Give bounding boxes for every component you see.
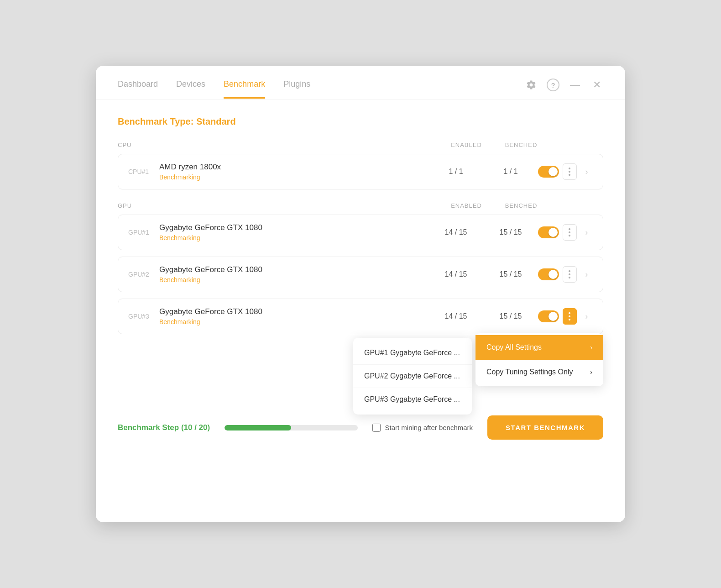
- gpu-toggle-3[interactable]: [538, 310, 559, 322]
- gpu-dots-btn-1[interactable]: [563, 224, 577, 241]
- gpu-toggle-1[interactable]: [538, 226, 559, 238]
- sub-menu-item-gpu3[interactable]: GPU#3 Gygabyte GeForce ...: [353, 388, 472, 411]
- gpu-device-info-2: Gygabyte GeForce GTX 1080 Benchmarking: [159, 265, 428, 284]
- context-sub-menu: GPU#1 Gygabyte GeForce ... GPU#2 Gygabyt…: [353, 338, 472, 415]
- sub-menu-item-gpu1[interactable]: GPU#1 Gygabyte GeForce ...: [353, 341, 472, 365]
- benchmark-type-label: Benchmark Type: Standard: [118, 116, 603, 127]
- cpu-device-row-1: CPU#1 AMD ryzen 1800x Benchmarking 1 / 1…: [118, 154, 603, 189]
- cpu-section-header: CPU ENABLED BENCHED: [118, 142, 603, 148]
- tab-devices[interactable]: Devices: [176, 79, 205, 99]
- gpu-device-row-2: GPU#2 Gygabyte GeForce GTX 1080 Benchmar…: [118, 257, 603, 292]
- gpu-device-info-1: Gygabyte GeForce GTX 1080 Benchmarking: [159, 223, 428, 242]
- gpu-chevron-1[interactable]: ›: [580, 226, 593, 239]
- gpu-device-row-1: GPU#1 Gygabyte GeForce GTX 1080 Benchmar…: [118, 215, 603, 250]
- cpu-device-actions-1: ›: [538, 163, 593, 180]
- settings-icon[interactable]: [525, 79, 538, 91]
- gpu-device-actions-1: ›: [538, 224, 593, 241]
- copy-tuning-settings-item[interactable]: Copy Tuning Settings Only ›: [475, 360, 603, 384]
- gpu-chevron-3[interactable]: ›: [580, 310, 593, 323]
- benchmark-step-label: Benchmark Step (10 / 20): [118, 423, 210, 432]
- copy-all-chevron-icon: ›: [590, 344, 592, 351]
- gpu-device-id-2: GPU#2: [128, 271, 159, 278]
- cpu-section: CPU ENABLED BENCHED CPU#1 AMD ryzen 1800…: [118, 142, 603, 189]
- app-window: Dashboard Devices Benchmark Plugins ? — …: [96, 66, 625, 522]
- minimize-icon[interactable]: —: [569, 79, 581, 91]
- gpu-device-id-3: GPU#3: [128, 313, 159, 320]
- tab-plugins[interactable]: Plugins: [283, 79, 310, 99]
- help-icon[interactable]: ?: [547, 79, 559, 91]
- progress-bar: [225, 425, 357, 430]
- copy-tuning-chevron-icon: ›: [590, 368, 592, 376]
- progress-bar-fill: [225, 425, 291, 430]
- tab-dashboard[interactable]: Dashboard: [118, 79, 158, 99]
- gpu-chevron-2[interactable]: ›: [580, 268, 593, 281]
- gpu-device-actions-3: ›: [538, 308, 593, 325]
- nav-bar: Dashboard Devices Benchmark Plugins ? — …: [96, 66, 625, 100]
- cpu-device-id-1: CPU#1: [128, 168, 159, 175]
- close-icon[interactable]: ✕: [590, 79, 603, 91]
- context-main-menu: Copy All Settings › Copy Tuning Settings…: [475, 333, 603, 386]
- copy-all-settings-item[interactable]: Copy All Settings ›: [475, 335, 603, 360]
- gpu-device-id-1: GPU#1: [128, 229, 159, 236]
- gpu-dots-btn-3[interactable]: [563, 308, 577, 325]
- start-benchmark-button[interactable]: START BENCHMARK: [487, 415, 603, 440]
- nav-actions: ? — ✕: [525, 79, 603, 100]
- gpu-toggle-2[interactable]: [538, 268, 559, 280]
- gpu-section-header: GPU ENABLED BENCHED: [118, 202, 603, 209]
- gpu-device-info-3: Gygabyte GeForce GTX 1080 Benchmarking: [159, 307, 428, 326]
- cpu-toggle-1[interactable]: [538, 166, 559, 178]
- cpu-dots-btn-1[interactable]: [563, 163, 577, 180]
- cpu-chevron-1[interactable]: ›: [580, 165, 593, 178]
- gpu-dots-btn-2[interactable]: [563, 266, 577, 283]
- start-mining-checkbox-label[interactable]: Start mining after benchmark: [372, 424, 473, 432]
- main-content: Benchmark Type: Standard CPU ENABLED BEN…: [96, 100, 625, 334]
- gpu-section: GPU ENABLED BENCHED GPU#1 Gygabyte GeFor…: [118, 202, 603, 334]
- sub-menu-item-gpu2[interactable]: GPU#2 Gygabyte GeForce ...: [353, 365, 472, 388]
- tab-benchmark[interactable]: Benchmark: [224, 79, 265, 99]
- nav-tabs: Dashboard Devices Benchmark Plugins: [118, 79, 525, 99]
- start-mining-checkbox[interactable]: [372, 424, 381, 432]
- gpu-device-actions-2: ›: [538, 266, 593, 283]
- cpu-device-info-1: AMD ryzen 1800x Benchmarking: [159, 163, 428, 181]
- gpu-device-row-3: GPU#3 Gygabyte GeForce GTX 1080 Benchmar…: [118, 299, 603, 334]
